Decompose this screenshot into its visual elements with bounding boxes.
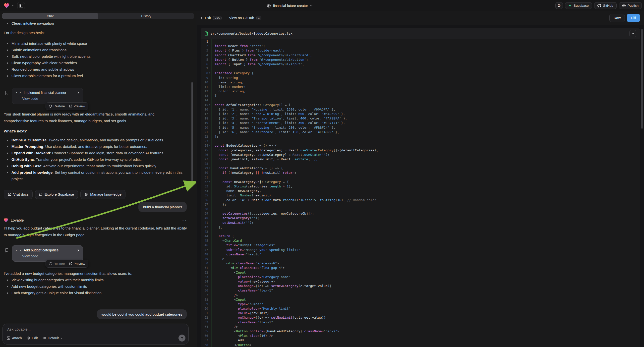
code-line: 11 limit: number; bbox=[201, 85, 640, 89]
view-code-link[interactable]: View code bbox=[16, 96, 79, 100]
chat-panel: Chat History Clean, intuitive navigation… bbox=[0, 11, 196, 347]
mode-selector[interactable]: Default bbox=[42, 336, 62, 340]
chat-input[interactable] bbox=[7, 327, 156, 331]
explore-supabase-button[interactable]: Explore Supabase bbox=[35, 190, 78, 199]
code-line: 26 const [newCategory, setNewCategory] =… bbox=[201, 152, 640, 157]
supabase-button[interactable]: Supabase bbox=[565, 2, 592, 9]
attach-label: Attach bbox=[12, 336, 22, 340]
restore-label: Restore bbox=[54, 104, 65, 108]
restore-button[interactable]: Restore bbox=[49, 262, 65, 266]
code-panel: Exit ESC View on GitHub G Raw Diff src/c… bbox=[197, 11, 644, 347]
list-item: Add project knowledge: Set key context o… bbox=[0, 169, 189, 182]
code-line: 6import { Input } from '@/components/ui/… bbox=[201, 62, 640, 66]
code-line: 22]; bbox=[201, 134, 640, 139]
raw-toggle-button[interactable]: Raw bbox=[610, 14, 625, 22]
list-item: Glass-morphic elements for a premium fee… bbox=[0, 73, 189, 79]
file-header[interactable]: src/components/budget/BudgetCategories.t… bbox=[201, 28, 640, 39]
view-on-github-button[interactable]: View on GitHub G bbox=[229, 16, 262, 20]
code-line: 4import ChartCard from '@/components/ui/… bbox=[201, 53, 640, 58]
restore-button[interactable]: Restore bbox=[49, 104, 65, 108]
publish-button[interactable]: Publish bbox=[619, 2, 642, 9]
code-line: 44 return ( bbox=[201, 234, 640, 238]
code-line: 42 }; bbox=[201, 225, 640, 230]
mode-label: Default bbox=[48, 336, 59, 340]
esc-key-badge: ESC bbox=[213, 16, 222, 20]
code-line: 30 if (!newCategory || !newLimit) return… bbox=[201, 170, 640, 175]
code-line: 38 bbox=[201, 207, 640, 211]
file-path: src/components/budget/BudgetCategories.t… bbox=[210, 32, 292, 35]
code-line: 32∨ const newCategoryObj: Category = { bbox=[201, 180, 640, 184]
project-name: financial-future-creator bbox=[273, 4, 308, 8]
github-button[interactable]: GitHub bbox=[594, 2, 616, 9]
project-selector[interactable]: financial-future-creator bbox=[267, 0, 312, 11]
version-card-implement-financial-planner[interactable]: < > Implement financial planner View cod… bbox=[12, 88, 83, 104]
message-menu-button[interactable]: ··· bbox=[182, 218, 187, 222]
code-icon: < > bbox=[16, 91, 22, 94]
tab-chat[interactable]: Chat bbox=[2, 13, 98, 19]
bookmark-icon[interactable] bbox=[5, 88, 9, 104]
code-line: 62 onChange={(e) => setNewLimit(e.target… bbox=[201, 316, 640, 320]
list-item: Rounded corners and subtle shadows bbox=[0, 66, 189, 73]
code-line: 41 setNewLimit(''); bbox=[201, 220, 640, 225]
globe-icon bbox=[267, 4, 271, 8]
logo-chevron-down-icon[interactable] bbox=[12, 5, 14, 6]
version-card-title: Add budget categories bbox=[24, 248, 58, 252]
code-line: 15∨const defaultCategories: Category[] =… bbox=[201, 103, 640, 107]
attach-button[interactable]: Attach bbox=[7, 336, 22, 340]
code-lines: 12import React from 'react';3import { Pl… bbox=[201, 39, 640, 347]
edit-button[interactable]: Edit bbox=[27, 336, 38, 340]
restore-label: Restore bbox=[54, 262, 65, 266]
composer[interactable]: Attach Edit Default bbox=[2, 324, 189, 344]
top-bar: financial-future-creator ⚙ Supabase GitH… bbox=[0, 0, 644, 11]
design-heading: For the design aesthetic: bbox=[4, 30, 44, 35]
code-line: 25 const [categories, setCategories] = R… bbox=[201, 148, 640, 152]
quick-actions-row: Visit docs Explore Supabase Manage knowl… bbox=[4, 190, 126, 199]
code-icon: < > bbox=[16, 249, 22, 252]
manage-knowledge-button[interactable]: Manage knowledge bbox=[80, 190, 126, 199]
code-line: 61 value={newLimit} bbox=[201, 311, 640, 316]
chevron-right-icon bbox=[78, 249, 79, 252]
result-bullet-list: View existing budget categories with the… bbox=[0, 277, 189, 296]
visit-docs-label: Visit docs bbox=[13, 192, 29, 196]
file-card: src/components/budget/BudgetCategories.t… bbox=[201, 28, 640, 347]
assistant-ready-text: Your sleek financial planner is now read… bbox=[4, 111, 178, 124]
list-item: Minimalist interface with plenty of whit… bbox=[0, 40, 189, 47]
preview-button[interactable]: Preview bbox=[69, 104, 85, 108]
settings-gear-button[interactable]: ⚙ bbox=[556, 2, 563, 9]
diff-toggle-button[interactable]: Diff bbox=[627, 14, 640, 22]
tab-history[interactable]: History bbox=[98, 13, 194, 19]
code-line: 66 <Plus size={16} /> bbox=[201, 334, 640, 338]
chat-scrollbar[interactable] bbox=[192, 82, 193, 187]
code-line: 67 Add bbox=[201, 338, 640, 342]
visit-docs-button[interactable]: Visit docs bbox=[4, 190, 32, 199]
sidebar-toggle-button[interactable] bbox=[17, 2, 25, 9]
code-line: 18 { id: '3', name: 'Transportation', li… bbox=[201, 116, 640, 121]
version-card-add-budget-categories[interactable]: < > Add budget categories View code bbox=[12, 245, 83, 262]
collapse-chevron-button[interactable] bbox=[629, 30, 636, 37]
exit-label: Exit bbox=[205, 16, 211, 20]
chat-tabs: Chat History bbox=[2, 13, 194, 19]
list-item: Refine & Customize: Tweak the design, an… bbox=[0, 137, 189, 144]
code-header: Exit ESC View on GitHub G Raw Diff bbox=[197, 11, 644, 25]
project-chevron-down-icon bbox=[310, 5, 312, 6]
github-label: GitHub bbox=[603, 4, 614, 8]
lovable-logo-icon[interactable] bbox=[4, 3, 10, 8]
view-on-github-label: View on GitHub bbox=[229, 16, 254, 20]
code-line: 64 /> bbox=[201, 324, 640, 329]
list-item: Clean typography with clear hierarchies bbox=[0, 60, 189, 66]
view-code-link[interactable]: View code bbox=[16, 254, 79, 258]
code-line: 2import React from 'react'; bbox=[201, 44, 640, 48]
scrollback-bullet-list: Clean, intuitive navigation bbox=[0, 20, 189, 27]
code-line: 36 color: '#' + Math.floor(Math.random()… bbox=[201, 198, 640, 202]
exit-button[interactable]: Exit ESC bbox=[201, 16, 222, 20]
list-item: View existing budget categories with the… bbox=[0, 277, 189, 283]
code-line: 50 <div className="space-y-6"> bbox=[201, 261, 640, 266]
preview-button[interactable]: Preview bbox=[69, 262, 85, 266]
code-line: 23 bbox=[201, 139, 640, 144]
publish-label: Publish bbox=[628, 4, 638, 8]
code-scrollbar[interactable] bbox=[641, 29, 643, 129]
g-key-badge: G bbox=[256, 16, 262, 20]
version-card-2-wrap: < > Add budget categories View code Rest… bbox=[5, 245, 83, 262]
send-button[interactable] bbox=[178, 334, 186, 342]
bookmark-icon[interactable] bbox=[5, 245, 9, 262]
